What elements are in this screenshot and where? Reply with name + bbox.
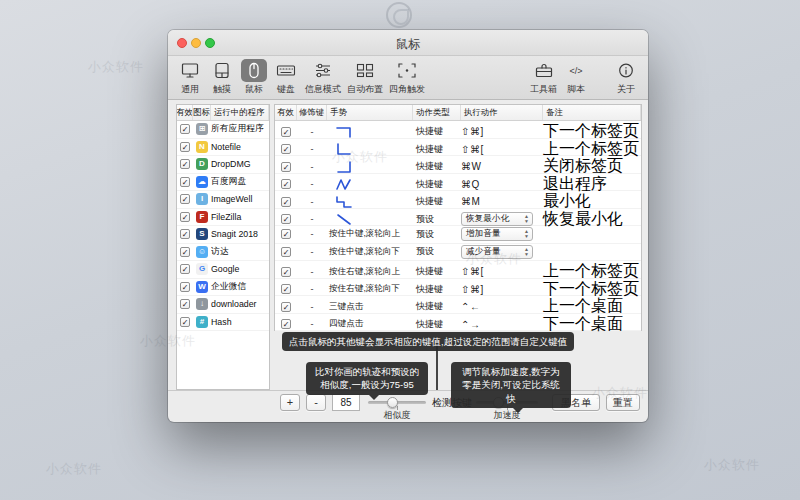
remove-gesture-button[interactable]: -: [306, 394, 326, 411]
gesture-cell: 三键点击: [327, 301, 413, 313]
app-name: downloader: [211, 299, 269, 309]
modifier-value: -: [297, 144, 327, 154]
dropdown-arrows-icon: ▲▼: [522, 229, 531, 239]
tab-label: 四角触发: [389, 83, 425, 96]
checkbox[interactable]: ✓: [281, 284, 291, 294]
app-table-row[interactable]: ✓SSnagit 2018: [177, 226, 269, 244]
checkbox[interactable]: ✓: [281, 214, 291, 224]
similarity-value-field[interactable]: 85: [332, 394, 360, 411]
checkbox[interactable]: ✓: [180, 124, 190, 134]
action-type: 快捷键: [413, 283, 461, 296]
checkbox[interactable]: ✓: [180, 317, 190, 327]
checkbox[interactable]: ✓: [281, 127, 291, 137]
sliders-icon: [310, 59, 336, 82]
checkbox[interactable]: ✓: [180, 159, 190, 169]
app-table-row[interactable]: ✓#Hash: [177, 314, 269, 332]
add-gesture-button[interactable]: +: [280, 394, 300, 411]
app-table-row[interactable]: ✓IImageWell: [177, 191, 269, 209]
checkbox[interactable]: ✓: [180, 299, 190, 309]
tab-script[interactable]: </> 脚本: [560, 59, 592, 96]
checkbox[interactable]: ✓: [281, 302, 291, 312]
checkbox[interactable]: ✓: [281, 179, 291, 189]
gesture-cell: 按住中键,滚轮向下: [327, 246, 413, 258]
gesture-table-row[interactable]: ✓-快捷键⌘W关闭标签页: [275, 156, 641, 174]
action-type: 快捷键: [413, 178, 461, 191]
gesture-table-row[interactable]: ✓-快捷键⌘M最小化: [275, 191, 641, 209]
toolbox-icon: [531, 59, 557, 82]
app-table-row[interactable]: ✓W企业微信: [177, 279, 269, 297]
modifier-value: -: [297, 127, 327, 137]
app-table-row[interactable]: ✓FFileZilla: [177, 209, 269, 227]
gesture-table-row[interactable]: ✓-快捷键⌘Q退出程序: [275, 174, 641, 192]
modifier-value: -: [297, 229, 327, 239]
trackpad-icon: [209, 59, 235, 82]
tab-about[interactable]: 关于: [610, 59, 642, 96]
action-dropdown[interactable]: 恢复最小化▲▼: [461, 212, 533, 226]
tab-mouse[interactable]: 鼠标: [238, 59, 270, 96]
tab-toolbox[interactable]: 工具箱: [527, 59, 560, 96]
gesture-table-row[interactable]: ✓-快捷键⇧⌘[上一个标签页: [275, 139, 641, 157]
modifier-value: -: [297, 214, 327, 224]
modifier-value: -: [297, 284, 327, 294]
column-header: 手势: [327, 105, 413, 120]
action-cell: ⌃→: [461, 319, 543, 330]
app-table-row[interactable]: ✓↓downloader: [177, 296, 269, 314]
app-name: ImageWell: [211, 194, 269, 204]
tab-trackpad[interactable]: 触摸: [206, 59, 238, 96]
action-dropdown[interactable]: 增加音量▲▼: [461, 227, 533, 241]
app-table-row[interactable]: ✓⊞所有应用程序: [177, 121, 269, 139]
checkbox[interactable]: ✓: [180, 282, 190, 292]
checkbox[interactable]: ✓: [281, 247, 291, 257]
tab-auto-layout[interactable]: 自动布置: [344, 59, 386, 96]
gesture-table-row[interactable]: ✓-按住右键,滚轮向下快捷键⇧⌘]下一个标签页: [275, 279, 641, 297]
checkbox[interactable]: ✓: [180, 229, 190, 239]
column-header: 动作类型: [413, 105, 461, 120]
modifier-value: -: [297, 247, 327, 257]
checkbox[interactable]: ✓: [281, 319, 291, 329]
gesture-table-row[interactable]: ✓-三键点击快捷键⌃←上一个桌面: [275, 296, 641, 314]
gesture-table-row[interactable]: ✓-按住右键,滚轮向上快捷键⇧⌘[上一个标签页: [275, 261, 641, 279]
app-table-row[interactable]: ✓NNotefile: [177, 139, 269, 157]
checkbox[interactable]: ✓: [281, 144, 291, 154]
app-name: Notefile: [211, 142, 269, 152]
app-table-row[interactable]: ✓DDropDMG: [177, 156, 269, 174]
checkbox[interactable]: ✓: [281, 162, 291, 172]
similarity-slider-thumb[interactable]: [387, 397, 398, 408]
checkbox[interactable]: ✓: [281, 197, 291, 207]
tab-general[interactable]: 通用: [174, 59, 206, 96]
action-cell: ⌘Q: [461, 179, 543, 190]
action-cell: ⇧⌘]: [461, 284, 543, 295]
tooltip-similarity: 比对你画的轨迹和预设的相似度,一般设为75-95: [306, 362, 428, 395]
column-header: 图标: [193, 105, 211, 120]
checkbox[interactable]: ✓: [180, 177, 190, 187]
gesture-table-row[interactable]: ✓-四键点击快捷键⌃→下一个桌面: [275, 314, 641, 332]
tab-label: 信息模式: [305, 83, 341, 96]
checkbox[interactable]: ✓: [180, 247, 190, 257]
tab-keyboard[interactable]: 键盘: [270, 59, 302, 96]
app-table-row[interactable]: ✓GGoogle: [177, 261, 269, 279]
gesture-stroke-icon: [335, 142, 353, 156]
app-table-row[interactable]: ✓☺访达: [177, 244, 269, 262]
action-type: 预设: [413, 213, 461, 226]
checkbox[interactable]: ✓: [180, 212, 190, 222]
checkbox[interactable]: ✓: [180, 194, 190, 204]
checkbox[interactable]: ✓: [180, 264, 190, 274]
checkbox[interactable]: ✓: [281, 267, 291, 277]
gesture-stroke-icon: [335, 212, 353, 226]
tab-info-mode[interactable]: 信息模式: [302, 59, 344, 96]
app-table-row[interactable]: ✓☁百度网盘: [177, 174, 269, 192]
checkbox[interactable]: ✓: [180, 142, 190, 152]
svg-text:</>: </>: [569, 66, 582, 76]
reset-button[interactable]: 重置: [606, 394, 640, 411]
gesture-table-row[interactable]: ✓-按住中键,滚轮向下预设减少音量▲▼: [275, 244, 641, 262]
preferences-window: 鼠标 通用 触摸 鼠标 键盘: [168, 30, 648, 422]
column-header: 有效: [177, 105, 193, 120]
action-dropdown[interactable]: 减少音量▲▼: [461, 245, 533, 259]
checkbox[interactable]: ✓: [281, 229, 291, 239]
app-name: Google: [211, 264, 269, 274]
gesture-table-row[interactable]: ✓-快捷键⇧⌘]下一个标签页: [275, 121, 641, 139]
gesture-table-row[interactable]: ✓-预设恢复最小化▲▼恢复最小化: [275, 209, 641, 227]
tab-corner-trigger[interactable]: 四角触发: [386, 59, 428, 96]
modifier-value: -: [297, 319, 327, 329]
column-header: 有效: [275, 105, 297, 120]
